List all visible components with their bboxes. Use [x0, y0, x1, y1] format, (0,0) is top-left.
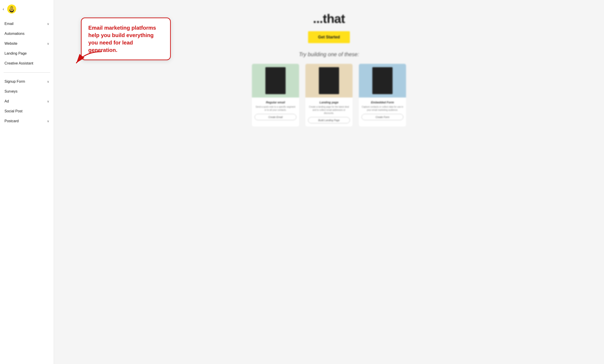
card-embedded-form: Embedded Form Capture contacts or collec…: [359, 64, 406, 126]
sidebar-item-website-label: Website: [4, 42, 18, 46]
card-action-button[interactable]: Create Email: [255, 114, 296, 120]
sidebar-item-ad-label: Ad: [4, 99, 9, 103]
sidebar-item-automations-label: Automations: [4, 32, 25, 36]
sidebar-item-automations[interactable]: Automations: [0, 29, 54, 39]
main-headline: ...that: [313, 11, 345, 26]
sidebar-item-surveys-label: Surveys: [4, 89, 18, 93]
try-text: Try building one of these:: [299, 51, 359, 58]
get-started-button[interactable]: Get Started: [308, 31, 350, 43]
blurred-background: ...that Get Started Try building one of …: [54, 0, 604, 364]
sidebar-header: ‹: [0, 0, 54, 17]
card-action-button[interactable]: Create Form: [362, 114, 403, 120]
nav-bottom-section: Signup Form ∨ Surveys Ad ∨ Social Post P…: [0, 75, 54, 128]
sidebar-item-email-label: Email: [4, 22, 13, 26]
sidebar-item-postcard[interactable]: Postcard ∨: [0, 116, 54, 126]
chevron-down-icon: ∨: [47, 22, 49, 25]
card-body: Regular email Send a quick note to a spe…: [252, 98, 299, 123]
svg-point-5: [11, 9, 12, 9]
sidebar-item-creative-assistant[interactable]: Creative Assistant: [0, 58, 54, 68]
card-body: Landing page Create a landing page for t…: [305, 98, 352, 126]
chevron-down-icon: ∨: [47, 100, 49, 103]
card-mock-image: [265, 67, 286, 94]
card-mock-image: [372, 67, 392, 94]
sidebar-item-landing-page[interactable]: Landing Page: [0, 49, 54, 58]
nav-top-section: Email ∨ Automations Website ∨ Landing Pa…: [0, 17, 54, 70]
svg-point-6: [12, 9, 13, 9]
card-thumbnail-green: [252, 64, 299, 98]
sidebar-item-ad[interactable]: Ad ∨: [0, 96, 54, 106]
card-regular-email: Regular email Send a quick note to a spe…: [252, 64, 299, 126]
card-action-button[interactable]: Build Landing Page: [308, 117, 350, 123]
card-title: Embedded Form: [362, 101, 403, 104]
card-description: Capture contacts or collect data for use…: [362, 105, 403, 112]
nav-divider: [4, 72, 50, 73]
card-description: Send a quick note to a specific segment …: [255, 105, 296, 112]
chevron-down-icon: ∨: [47, 80, 49, 83]
chevron-down-icon: ∨: [47, 42, 49, 45]
sidebar-item-signup-form[interactable]: Signup Form ∨: [0, 77, 54, 87]
sidebar-item-social-post[interactable]: Social Post: [0, 106, 54, 116]
sidebar-item-creative-assistant-label: Creative Assistant: [4, 61, 33, 65]
sidebar-item-landing-page-label: Landing Page: [4, 51, 27, 55]
card-mock-image: [319, 67, 339, 94]
card-landing-page: Landing page Create a landing page for t…: [305, 64, 352, 126]
sidebar-item-website[interactable]: Website ∨: [0, 39, 54, 49]
sidebar-item-social-post-label: Social Post: [4, 109, 23, 113]
sidebar: ‹ Email ∨ Automations: [0, 0, 54, 364]
sidebar-item-signup-form-label: Signup Form: [4, 79, 25, 84]
card-thumbnail-blue: [359, 64, 406, 98]
sidebar-item-postcard-label: Postcard: [4, 119, 19, 123]
card-title: Landing page: [308, 101, 350, 104]
mailchimp-logo: [7, 4, 17, 14]
sidebar-item-email[interactable]: Email ∨: [0, 19, 54, 29]
chevron-down-icon: ∨: [47, 119, 49, 123]
card-body: Embedded Form Capture contacts or collec…: [359, 98, 406, 123]
card-thumbnail-tan: [305, 64, 352, 98]
card-title: Regular email: [255, 101, 296, 104]
main-content: ...that Get Started Try building one of …: [54, 0, 604, 364]
back-button[interactable]: ‹: [3, 7, 4, 11]
card-description: Create a landing page for the latest dea…: [308, 105, 350, 115]
cards-row: Regular email Send a quick note to a spe…: [252, 64, 406, 126]
sidebar-item-surveys[interactable]: Surveys: [0, 87, 54, 96]
